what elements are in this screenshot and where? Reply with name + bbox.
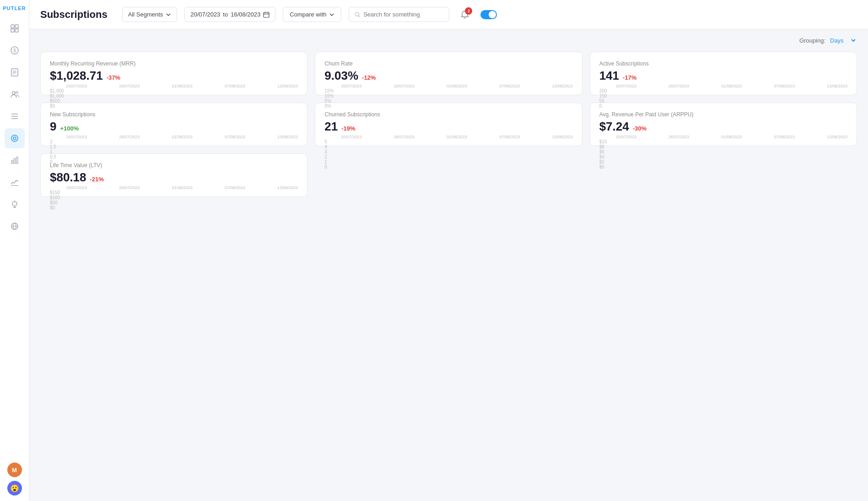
reports-icon bbox=[10, 68, 19, 77]
compare-dropdown[interactable]: Compare with bbox=[283, 7, 341, 22]
chart-ltv-dates: 20/07/202326/07/202301/08/202307/08/2023… bbox=[66, 185, 298, 190]
grouping-label: Grouping: bbox=[799, 37, 825, 44]
card-active-subs-change: -17% bbox=[623, 74, 636, 81]
svg-point-15 bbox=[11, 135, 18, 142]
svg-line-33 bbox=[359, 16, 360, 17]
dashboard-content: Grouping: Days Weeks Months Monthly Recu… bbox=[29, 29, 868, 501]
metrics-grid-row1: Monthly Recurring Revenue (MRR) $1,028.7… bbox=[40, 52, 857, 95]
card-churn-value: 9.03% bbox=[324, 69, 358, 83]
svg-rect-2 bbox=[11, 29, 14, 32]
sidebar-item-customers[interactable] bbox=[5, 84, 25, 104]
sidebar-item-analytics[interactable] bbox=[5, 150, 25, 170]
svg-point-10 bbox=[12, 92, 15, 94]
chart-new-dates: 20/07/202326/07/202301/08/202307/08/2023… bbox=[66, 135, 298, 139]
card-new-subs-title: New Subscriptions bbox=[50, 111, 298, 118]
date-from: 20/07/2023 bbox=[190, 11, 220, 18]
card-active-subs: Active Subscriptions 141 -17% 200150500 bbox=[590, 52, 857, 95]
card-active-subs-value: 141 bbox=[599, 69, 619, 83]
svg-point-11 bbox=[16, 92, 17, 93]
card-ltv: Life Time Value (LTV) $80.18 -21% $150$1… bbox=[40, 153, 307, 197]
orders-icon bbox=[10, 112, 19, 121]
search-box[interactable] bbox=[349, 7, 449, 22]
card-churned-subs-value-row: 21 -19% bbox=[324, 120, 572, 134]
card-mrr-value-row: $1,028.71 -37% bbox=[50, 69, 298, 83]
card-mrr-value: $1,028.71 bbox=[50, 69, 103, 83]
sidebar-item-forecasting[interactable] bbox=[5, 172, 25, 192]
analytics-icon bbox=[10, 156, 19, 165]
svg-point-32 bbox=[356, 12, 359, 16]
chart-churn-dates: 20/07/202326/07/202301/08/202307/08/2023… bbox=[341, 84, 572, 88]
notification-bell[interactable]: 2 bbox=[457, 6, 473, 23]
logo: PUTLER bbox=[3, 5, 26, 11]
card-churned-subs: Churned Subscriptions 21 -19% 543210 bbox=[315, 103, 582, 146]
main-content: Subscriptions All Segments 20/07/2023 to… bbox=[29, 0, 868, 501]
card-active-subs-title: Active Subscriptions bbox=[599, 60, 847, 67]
sidebar-item-goals[interactable] bbox=[5, 194, 25, 214]
segments-label: All Segments bbox=[128, 11, 163, 18]
svg-rect-28 bbox=[264, 12, 269, 17]
grouping-bar: Grouping: Days Weeks Months bbox=[40, 37, 857, 44]
card-ltv-title: Life Time Value (LTV) bbox=[50, 162, 298, 169]
segments-dropdown[interactable]: All Segments bbox=[122, 7, 178, 22]
search-input[interactable] bbox=[363, 11, 443, 18]
svg-rect-18 bbox=[14, 158, 15, 163]
search-icon bbox=[355, 11, 361, 18]
date-range-picker[interactable]: 20/07/2023 to 16/08/2023 bbox=[184, 7, 275, 22]
page-title: Subscriptions bbox=[40, 9, 108, 21]
date-separator: to bbox=[223, 11, 228, 18]
svg-rect-3 bbox=[15, 29, 18, 32]
sidebar-item-orders[interactable] bbox=[5, 106, 25, 126]
card-churned-subs-value: 21 bbox=[324, 120, 338, 134]
grouping-select[interactable]: Days Weeks Months bbox=[828, 37, 857, 44]
chart-active-dates: 20/07/202326/07/202301/08/202307/08/2023… bbox=[616, 84, 847, 88]
chart-churned-dates: 20/07/202326/07/202301/08/202307/08/2023… bbox=[341, 135, 572, 139]
card-new-subs-value-row: 9 +100% bbox=[50, 120, 298, 134]
card-churn-value-row: 9.03% -12% bbox=[324, 69, 572, 83]
card-churn-change: -12% bbox=[362, 74, 376, 81]
user-avatar-emoji[interactable]: 😮 bbox=[7, 481, 22, 496]
card-ltv-value-row: $80.18 -21% bbox=[50, 170, 298, 185]
card-new-subs: New Subscriptions 9 +100% 21.510.50 bbox=[40, 103, 307, 146]
sidebar: PUTLER $ bbox=[0, 0, 29, 501]
card-arppu-title: Avg. Revenue Per Paid User (ARPPU) bbox=[599, 111, 847, 118]
theme-toggle[interactable] bbox=[480, 10, 497, 19]
card-churned-subs-change: -19% bbox=[341, 125, 355, 132]
sidebar-item-subscriptions[interactable] bbox=[5, 128, 25, 148]
date-to: 16/08/2023 bbox=[231, 11, 260, 18]
user-avatar-m[interactable]: M bbox=[7, 463, 22, 477]
chevron-down-icon-2 bbox=[329, 12, 334, 17]
chevron-down-icon bbox=[166, 12, 171, 17]
card-active-subs-value-row: 141 -17% bbox=[599, 69, 847, 83]
svg-text:$: $ bbox=[13, 48, 16, 53]
card-arppu-value: $7.24 bbox=[599, 120, 629, 134]
card-arppu-value-row: $7.24 -30% bbox=[599, 120, 847, 134]
header: Subscriptions All Segments 20/07/2023 to… bbox=[29, 0, 868, 29]
sidebar-item-reports[interactable] bbox=[5, 62, 25, 82]
subscriptions-icon bbox=[10, 134, 19, 143]
card-mrr: Monthly Recurring Revenue (MRR) $1,028.7… bbox=[40, 52, 307, 95]
integrations-icon bbox=[10, 222, 19, 231]
svg-rect-17 bbox=[11, 160, 13, 163]
calendar-icon bbox=[263, 11, 270, 18]
chart-arppu-dates: 20/07/202326/07/202301/08/202307/08/2023… bbox=[616, 135, 847, 139]
svg-point-16 bbox=[13, 137, 16, 140]
dashboard-icon bbox=[10, 24, 19, 33]
card-mrr-change: -37% bbox=[107, 74, 120, 81]
card-new-subs-change: +100% bbox=[60, 125, 79, 132]
sidebar-item-dashboard[interactable] bbox=[5, 18, 25, 38]
svg-rect-0 bbox=[11, 25, 14, 28]
svg-point-21 bbox=[12, 201, 17, 206]
card-churn-title: Churn Rate bbox=[324, 60, 572, 67]
sidebar-item-integrations[interactable] bbox=[5, 216, 25, 236]
card-mrr-title: Monthly Recurring Revenue (MRR) bbox=[50, 60, 298, 67]
card-new-subs-value: 9 bbox=[50, 120, 56, 134]
svg-rect-1 bbox=[15, 25, 18, 28]
card-churn: Churn Rate 9.03% -12% 15%10%5%0% bbox=[315, 52, 582, 95]
compare-label: Compare with bbox=[290, 11, 326, 18]
card-arppu-change: -30% bbox=[633, 125, 647, 132]
goals-icon bbox=[10, 200, 19, 209]
sidebar-item-revenue[interactable]: $ bbox=[5, 40, 25, 60]
notification-badge: 2 bbox=[465, 7, 472, 15]
svg-rect-19 bbox=[16, 157, 18, 163]
chart-mrr-dates: 20/07/202326/07/202301/08/202307/08/2023… bbox=[66, 84, 298, 88]
